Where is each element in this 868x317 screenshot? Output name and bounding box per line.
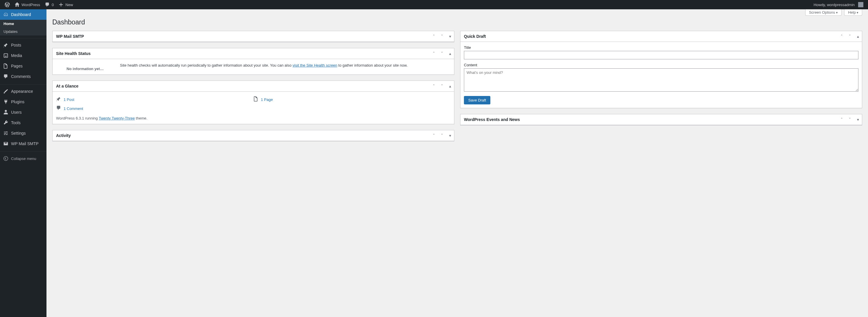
- admin-menu: Dashboard Home Updates Posts Media Pages…: [0, 9, 46, 141]
- glance-footer: WordPress 6.3.1 running Twenty Twenty-Th…: [56, 116, 451, 120]
- widget-wp-mail-smtp: WP Mail SMTP ˄ ˅ ▾: [52, 31, 454, 42]
- widget-site-health: Site Health Status ˄ ˅ ▴ No information …: [52, 48, 454, 75]
- move-down-button[interactable]: ˅: [438, 31, 446, 41]
- avatar-icon: [858, 2, 863, 7]
- ab-my-account[interactable]: Howdy, wordpressadmin: [811, 0, 866, 9]
- menu-posts[interactable]: Posts: [0, 40, 46, 50]
- comments-icon: [3, 74, 9, 79]
- screen-options-button[interactable]: Screen Options: [805, 9, 842, 16]
- widget-events-news-title: WordPress Events and News: [460, 115, 524, 124]
- howdy-text: Howdy, wordpressadmin: [814, 3, 855, 7]
- brush-icon: [3, 88, 9, 94]
- widget-quick-draft-title: Quick Draft: [460, 32, 489, 41]
- menu-posts-label: Posts: [11, 43, 21, 48]
- submenu-updates[interactable]: Updates: [0, 28, 46, 35]
- screen-meta-links: Screen Options Help: [804, 9, 862, 16]
- ab-site-name[interactable]: WordPress: [12, 0, 42, 9]
- widget-at-a-glance-title: At a Glance: [53, 81, 82, 91]
- help-button[interactable]: Help: [844, 9, 862, 16]
- quick-draft-title-label: Title: [464, 46, 859, 50]
- move-up-button[interactable]: ˄: [430, 48, 438, 59]
- widget-quick-draft: Quick Draft ˄ ˅ ▴ Title Cont: [460, 31, 862, 108]
- glance-comments-link[interactable]: 1 Comment: [64, 107, 83, 111]
- move-down-button[interactable]: ˅: [438, 48, 446, 59]
- menu-comments-label: Comments: [11, 74, 31, 79]
- toggle-panel-button[interactable]: ▾: [446, 130, 454, 141]
- toggle-panel-button[interactable]: ▴: [446, 48, 454, 59]
- move-up-button[interactable]: ˄: [837, 31, 846, 41]
- widget-column-left: WP Mail SMTP ˄ ˅ ▾ Site Health Status ˄: [52, 31, 454, 141]
- page-title: Dashboard: [52, 16, 862, 27]
- menu-comments[interactable]: Comments: [0, 71, 46, 82]
- menu-media[interactable]: Media: [0, 50, 46, 61]
- user-icon: [3, 109, 9, 115]
- pin-icon: [56, 96, 61, 103]
- media-icon: [3, 53, 9, 58]
- page-icon: [253, 96, 258, 103]
- menu-media-label: Media: [11, 53, 22, 58]
- quick-draft-content-textarea[interactable]: [464, 68, 859, 92]
- widget-at-a-glance: At a Glance ˄ ˅ ▴ 1 Post: [52, 81, 454, 124]
- site-health-status-text: No information yet…: [56, 62, 114, 71]
- move-up-button[interactable]: ˄: [430, 81, 438, 91]
- theme-link[interactable]: Twenty Twenty-Three: [99, 116, 135, 120]
- widget-activity-title: Activity: [53, 131, 74, 140]
- menu-settings[interactable]: Settings: [0, 128, 46, 138]
- ab-new-content[interactable]: New: [56, 0, 75, 9]
- menu-plugins[interactable]: Plugins: [0, 96, 46, 107]
- move-down-button[interactable]: ˅: [846, 31, 854, 41]
- plus-icon: [58, 2, 64, 7]
- menu-dashboard[interactable]: Dashboard: [0, 9, 46, 20]
- dashboard-icon: [3, 11, 9, 18]
- page-icon: [3, 63, 9, 69]
- menu-tools[interactable]: Tools: [0, 117, 46, 128]
- ab-comments-count: 0: [52, 3, 54, 7]
- move-down-button[interactable]: ˅: [846, 114, 854, 125]
- site-health-link[interactable]: visit the Site Health screen: [292, 63, 337, 67]
- move-up-button[interactable]: ˄: [430, 130, 438, 141]
- submenu-home[interactable]: Home: [0, 20, 46, 28]
- ab-new-label: New: [65, 3, 73, 7]
- move-up-button[interactable]: ˄: [430, 31, 438, 41]
- quick-draft-title-input[interactable]: [464, 51, 859, 59]
- ab-comments[interactable]: 0: [42, 0, 56, 9]
- move-down-button[interactable]: ˅: [438, 130, 446, 141]
- glance-pages: 1 Page: [253, 95, 451, 104]
- toggle-panel-button[interactable]: ▴: [446, 81, 454, 91]
- menu-pages[interactable]: Pages: [0, 61, 46, 71]
- menu-dashboard-label: Dashboard: [11, 12, 31, 17]
- toggle-panel-button[interactable]: ▾: [446, 31, 454, 41]
- glance-comments: 1 Comment: [56, 104, 253, 113]
- sliders-icon: [3, 130, 9, 136]
- menu-pages-label: Pages: [11, 64, 23, 68]
- quick-draft-content-label: Content: [464, 63, 859, 67]
- menu-users-label: Users: [11, 110, 22, 115]
- menu-appearance[interactable]: Appearance: [0, 86, 46, 96]
- move-down-button[interactable]: ˅: [438, 81, 446, 91]
- menu-wp-mail-smtp[interactable]: WP Mail SMTP: [0, 138, 46, 141]
- widget-activity: Activity ˄ ˅ ▾: [52, 130, 454, 141]
- comment-icon: [56, 105, 61, 112]
- comment-icon: [45, 2, 50, 7]
- ab-site-name-label: WordPress: [22, 3, 40, 7]
- wordpress-logo-icon: [5, 2, 10, 7]
- menu-tools-label: Tools: [11, 120, 21, 125]
- glance-pages-link[interactable]: 1 Page: [261, 97, 273, 102]
- ab-wordpress-logo[interactable]: [2, 0, 12, 9]
- widget-wp-mail-smtp-title: WP Mail SMTP: [53, 32, 87, 41]
- toggle-panel-button[interactable]: ▾: [854, 114, 862, 125]
- plugin-icon: [3, 99, 9, 105]
- widget-site-health-title: Site Health Status: [53, 49, 94, 58]
- pin-icon: [3, 42, 9, 48]
- glance-posts-link[interactable]: 1 Post: [64, 97, 74, 102]
- save-draft-button[interactable]: Save Draft: [464, 96, 490, 105]
- home-icon: [14, 2, 20, 7]
- mail-icon: [3, 141, 9, 141]
- glance-posts: 1 Post: [56, 95, 253, 104]
- submenu-dashboard: Home Updates: [0, 20, 46, 35]
- menu-users[interactable]: Users: [0, 107, 46, 117]
- wrench-icon: [3, 120, 9, 126]
- widget-column-right: Quick Draft ˄ ˅ ▴ Title Cont: [460, 31, 862, 141]
- toggle-panel-button[interactable]: ▴: [854, 31, 862, 41]
- move-up-button[interactable]: ˄: [837, 114, 846, 125]
